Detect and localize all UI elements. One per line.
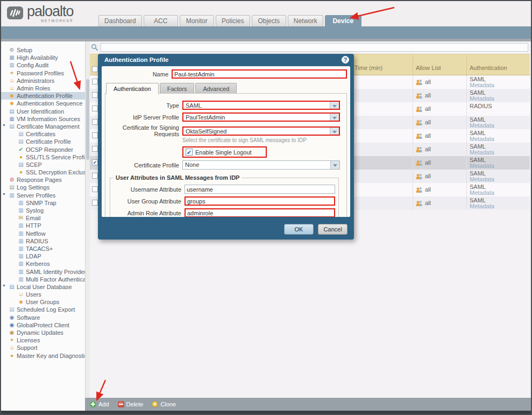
- row-checkbox[interactable]: [92, 92, 98, 98]
- idp-server-profile-select[interactable]: PaulTestAdmin: [182, 112, 340, 122]
- sidebar-tree-item[interactable]: ▤ Certificate Profile: [1, 138, 85, 145]
- metadata-link[interactable]: Metadata: [470, 203, 494, 209]
- dialog-tab[interactable]: Advanced: [195, 83, 237, 94]
- filter-bar: [90, 41, 531, 54]
- sidebar-tree-item[interactable]: ● Master Key and Diagnostics: [1, 352, 85, 360]
- sidebar-tree-item[interactable]: ☺ Users: [1, 291, 85, 298]
- dialog-tab[interactable]: Authentication: [106, 83, 159, 94]
- sidebar-tree-item[interactable]: ● SSL Decryption Exclusion: [1, 168, 85, 176]
- sidebar-tree-item[interactable]: ☻ Authentication Sequence: [1, 100, 85, 107]
- sidebar-tree-item[interactable]: ▦ High Availability: [1, 54, 85, 61]
- sidebar-tree-item[interactable]: ▥ Multi Factor Authentication: [1, 276, 85, 283]
- nav-tab[interactable]: Policies: [216, 15, 250, 26]
- sidebar-tree-item[interactable]: ▥ Syslog: [1, 207, 85, 214]
- nav-tab[interactable]: Dashboard: [98, 15, 142, 26]
- sidebar-tree-item[interactable]: ▥ SAML Identity Provider: [1, 268, 85, 275]
- tree-expand-icon[interactable]: ▼: [2, 192, 6, 196]
- sidebar-tree-item[interactable]: ◉ Dynamic Updates: [1, 329, 85, 336]
- row-checkbox[interactable]: [92, 132, 98, 138]
- scrollbar-thumb[interactable]: [86, 79, 89, 160]
- tree-expand-icon[interactable]: ▼: [2, 284, 6, 287]
- delete-button[interactable]: Delete: [118, 401, 144, 407]
- metadata-link[interactable]: Metadata: [470, 136, 494, 142]
- sidebar-tree-item[interactable]: ✉ Email: [1, 214, 85, 222]
- metadata-link[interactable]: Metadata: [470, 177, 494, 182]
- metadata-link[interactable]: Metadata: [470, 123, 494, 129]
- row-checkbox[interactable]: [92, 186, 98, 192]
- certificate-signing-select[interactable]: OktaSelfSigned: [182, 126, 340, 136]
- logo-text: paloalto: [27, 3, 74, 19]
- column-header-authentication[interactable]: Authentication: [470, 65, 507, 71]
- sidebar-tree-item[interactable]: ☻ User Groups: [1, 298, 85, 306]
- ok-button[interactable]: OK: [284, 224, 314, 235]
- column-header-lockout-time[interactable]: Time (min): [354, 65, 382, 71]
- metadata-link[interactable]: Metadata: [470, 163, 494, 169]
- name-input[interactable]: [172, 69, 347, 79]
- nav-tab[interactable]: ACC: [144, 15, 178, 26]
- sidebar-tree-item[interactable]: ☻ Authentication Profile: [1, 92, 85, 100]
- metadata-link[interactable]: Metadata: [470, 96, 494, 102]
- allow-list-cell: all: [416, 173, 431, 179]
- admin-role-attribute-input[interactable]: [185, 208, 335, 217]
- nav-tab[interactable]: Network: [288, 15, 323, 26]
- sidebar-tree-item[interactable]: ▤ SCEP: [1, 161, 85, 168]
- sidebar-tree-item[interactable]: ⚙ Setup: [1, 46, 85, 54]
- tree-item-icon: ⚙: [9, 47, 15, 53]
- clone-button[interactable]: Clone: [152, 401, 176, 407]
- type-select[interactable]: SAML: [182, 101, 340, 110]
- certificate-profile-select[interactable]: None: [182, 160, 340, 170]
- sidebar-tree-item[interactable]: ▥ SNMP Trap: [1, 199, 85, 207]
- row-checkbox[interactable]: [92, 173, 98, 179]
- sidebar-tree-item[interactable]: ▤ User Identification: [1, 108, 85, 115]
- metadata-link[interactable]: Metadata: [470, 82, 494, 88]
- username-attribute-input[interactable]: [185, 185, 335, 194]
- sidebar-tree-item[interactable]: ◉ GlobalProtect Client: [1, 321, 85, 329]
- sidebar-tree-item[interactable]: ▼ ▥ Server Profiles: [1, 192, 85, 199]
- user-group-attribute-input[interactable]: [185, 196, 335, 206]
- sidebar-tree-item[interactable]: ▤ Log Settings: [1, 184, 85, 191]
- sidebar-tree-item[interactable]: ▥ Netflow: [1, 230, 85, 237]
- sidebar-tree-item[interactable]: ◉ Software: [1, 314, 85, 321]
- nav-tab[interactable]: Monitor: [180, 15, 214, 26]
- sidebar-tree-item[interactable]: ● SSL/TLS Service Profile: [1, 153, 85, 161]
- nav-tab[interactable]: Device: [325, 15, 361, 26]
- sidebar-tree-item[interactable]: ▥ TACACS+: [1, 245, 85, 252]
- sidebar-tree-item[interactable]: ☺ Admin Roles: [1, 85, 85, 92]
- sidebar-tree-item[interactable]: ▥ Config Audit: [1, 61, 85, 69]
- sidebar-tree-item[interactable]: ✦ Licenses: [1, 336, 85, 344]
- sidebar-tree-item[interactable]: ▼ ▤ Certificate Management: [1, 123, 85, 130]
- search-input[interactable]: [101, 43, 528, 52]
- metadata-link[interactable]: Metadata: [470, 190, 494, 196]
- dialog-tab[interactable]: Factors: [160, 83, 195, 94]
- row-checkbox[interactable]: [92, 146, 98, 152]
- help-icon[interactable]: ?: [342, 56, 349, 64]
- nav-tab[interactable]: Objects: [252, 15, 286, 26]
- column-header-allow-list[interactable]: Allow List: [416, 65, 441, 71]
- sidebar-tree-item[interactable]: ⊘ Response Pages: [1, 176, 85, 184]
- metadata-link[interactable]: Metadata: [470, 150, 494, 156]
- select-all-checkbox[interactable]: [92, 66, 98, 72]
- tree-expand-icon[interactable]: ▼: [2, 123, 6, 127]
- row-checkbox[interactable]: ✔: [92, 159, 98, 165]
- single-logout-checkbox[interactable]: ✔: [186, 149, 193, 156]
- sidebar-scrollbar[interactable]: [85, 41, 90, 411]
- row-checkbox[interactable]: [92, 79, 98, 85]
- sidebar-tree-item[interactable]: ▥ RADIUS: [1, 237, 85, 245]
- sidebar-tree-item[interactable]: ☺ Administrators: [1, 77, 85, 85]
- row-checkbox[interactable]: [92, 105, 98, 111]
- sidebar-tree-item[interactable]: ☺ Support: [1, 344, 85, 351]
- sidebar-tree-item[interactable]: ✦ Password Profiles: [1, 69, 85, 77]
- sidebar-tree-item[interactable]: ✔ OCSP Responder: [1, 145, 85, 153]
- sidebar-tree-item[interactable]: ▤ Scheduled Log Export: [1, 306, 85, 313]
- add-button[interactable]: Add: [90, 401, 109, 407]
- cancel-button[interactable]: Cancel: [318, 224, 347, 235]
- sidebar-tree-item[interactable]: ▦ VM Information Sources: [1, 115, 85, 123]
- row-checkbox[interactable]: [92, 119, 98, 125]
- sidebar-tree-item[interactable]: ▥ LDAP: [1, 252, 85, 260]
- row-checkbox[interactable]: [92, 200, 98, 206]
- sidebar-tree-item[interactable]: ▤ Certificates: [1, 130, 85, 138]
- sidebar-tree-item[interactable]: ▥ Kerberos: [1, 260, 85, 268]
- sidebar-tree-item[interactable]: ▥ HTTP: [1, 222, 85, 229]
- dialog-title-bar[interactable]: Authentication Profile ?: [98, 54, 354, 66]
- sidebar-tree-item[interactable]: ▼ ▤ Local User Database: [1, 283, 85, 291]
